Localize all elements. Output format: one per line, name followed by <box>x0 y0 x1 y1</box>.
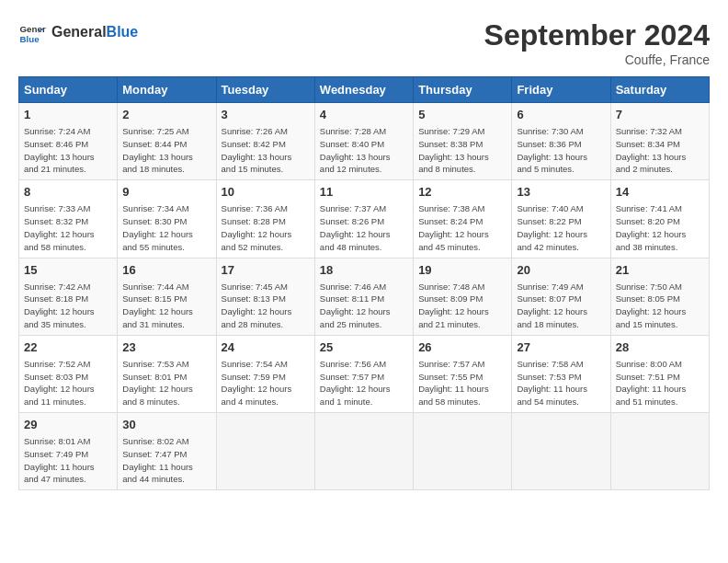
day-number: 16 <box>122 262 210 279</box>
day-number: 30 <box>122 417 210 433</box>
col-sunday: Sunday <box>19 77 118 103</box>
day-info: Sunrise: 7:29 AM Sunset: 8:38 PM Dayligh… <box>418 125 506 176</box>
table-row: 25Sunrise: 7:56 AM Sunset: 7:57 PM Dayli… <box>314 335 413 412</box>
logo-icon: General Blue <box>18 18 46 46</box>
day-info: Sunrise: 7:36 AM Sunset: 8:28 PM Dayligh… <box>222 202 310 253</box>
day-info: Sunrise: 7:40 AM Sunset: 8:22 PM Dayligh… <box>517 202 605 253</box>
svg-text:Blue: Blue <box>20 34 40 44</box>
table-row <box>414 413 512 490</box>
day-info: Sunrise: 7:41 AM Sunset: 8:20 PM Dayligh… <box>616 202 704 253</box>
col-tuesday: Tuesday <box>216 77 314 103</box>
table-row <box>512 413 610 490</box>
table-row: 13Sunrise: 7:40 AM Sunset: 8:22 PM Dayli… <box>512 180 610 258</box>
day-info: Sunrise: 7:42 AM Sunset: 8:18 PM Dayligh… <box>24 281 112 331</box>
table-row: 9Sunrise: 7:34 AM Sunset: 8:30 PM Daylig… <box>118 180 216 258</box>
day-number: 5 <box>418 107 506 123</box>
calendar-week-row: 1Sunrise: 7:24 AM Sunset: 8:46 PM Daylig… <box>19 103 710 180</box>
day-number: 23 <box>122 339 210 356</box>
day-number: 14 <box>616 184 704 201</box>
day-number: 21 <box>616 262 704 279</box>
header-row: Sunday Monday Tuesday Wednesday Thursday… <box>19 77 710 103</box>
page-header: General Blue GeneralBlue September 2024 … <box>18 18 710 67</box>
day-number: 2 <box>122 107 210 123</box>
day-info: Sunrise: 7:54 AM Sunset: 7:59 PM Dayligh… <box>222 358 310 408</box>
table-row: 16Sunrise: 7:44 AM Sunset: 8:15 PM Dayli… <box>118 258 216 335</box>
table-row: 19Sunrise: 7:48 AM Sunset: 8:09 PM Dayli… <box>414 258 512 335</box>
day-info: Sunrise: 7:50 AM Sunset: 8:05 PM Dayligh… <box>616 281 704 331</box>
day-info: Sunrise: 8:02 AM Sunset: 7:47 PM Dayligh… <box>122 435 210 486</box>
location: Couffe, France <box>484 52 710 67</box>
day-number: 20 <box>517 262 605 279</box>
day-number: 4 <box>320 107 408 123</box>
calendar-week-row: 8Sunrise: 7:33 AM Sunset: 8:32 PM Daylig… <box>19 180 710 258</box>
table-row: 5Sunrise: 7:29 AM Sunset: 8:38 PM Daylig… <box>414 103 512 180</box>
day-number: 8 <box>24 184 112 201</box>
day-info: Sunrise: 8:00 AM Sunset: 7:51 PM Dayligh… <box>616 358 704 408</box>
day-info: Sunrise: 7:38 AM Sunset: 8:24 PM Dayligh… <box>418 202 506 253</box>
day-info: Sunrise: 7:53 AM Sunset: 8:01 PM Dayligh… <box>122 358 210 408</box>
table-row: 4Sunrise: 7:28 AM Sunset: 8:40 PM Daylig… <box>314 103 413 180</box>
day-info: Sunrise: 7:34 AM Sunset: 8:30 PM Dayligh… <box>122 202 210 253</box>
table-row: 14Sunrise: 7:41 AM Sunset: 8:20 PM Dayli… <box>610 180 709 258</box>
day-info: Sunrise: 7:45 AM Sunset: 8:13 PM Dayligh… <box>222 281 310 331</box>
day-info: Sunrise: 7:58 AM Sunset: 7:53 PM Dayligh… <box>517 358 605 408</box>
day-info: Sunrise: 7:28 AM Sunset: 8:40 PM Dayligh… <box>320 125 408 176</box>
day-info: Sunrise: 7:24 AM Sunset: 8:46 PM Dayligh… <box>24 125 112 176</box>
table-row: 1Sunrise: 7:24 AM Sunset: 8:46 PM Daylig… <box>19 103 118 180</box>
day-info: Sunrise: 7:46 AM Sunset: 8:11 PM Dayligh… <box>320 281 408 331</box>
day-info: Sunrise: 7:33 AM Sunset: 8:32 PM Dayligh… <box>24 202 112 253</box>
table-row: 20Sunrise: 7:49 AM Sunset: 8:07 PM Dayli… <box>512 258 610 335</box>
day-number: 9 <box>122 184 210 201</box>
day-info: Sunrise: 7:44 AM Sunset: 8:15 PM Dayligh… <box>122 281 210 331</box>
table-row: 24Sunrise: 7:54 AM Sunset: 7:59 PM Dayli… <box>216 335 314 412</box>
day-number: 25 <box>320 339 408 356</box>
day-number: 27 <box>517 339 605 356</box>
table-row: 17Sunrise: 7:45 AM Sunset: 8:13 PM Dayli… <box>216 258 314 335</box>
day-info: Sunrise: 8:01 AM Sunset: 7:49 PM Dayligh… <box>24 435 112 486</box>
day-info: Sunrise: 7:49 AM Sunset: 8:07 PM Dayligh… <box>517 281 605 331</box>
table-row: 18Sunrise: 7:46 AM Sunset: 8:11 PM Dayli… <box>314 258 413 335</box>
day-number: 12 <box>418 184 506 201</box>
col-saturday: Saturday <box>610 77 709 103</box>
table-row: 28Sunrise: 8:00 AM Sunset: 7:51 PM Dayli… <box>610 335 709 412</box>
table-row: 12Sunrise: 7:38 AM Sunset: 8:24 PM Dayli… <box>414 180 512 258</box>
table-row: 22Sunrise: 7:52 AM Sunset: 8:03 PM Dayli… <box>19 335 118 412</box>
day-number: 29 <box>24 417 112 433</box>
col-friday: Friday <box>512 77 610 103</box>
day-info: Sunrise: 7:30 AM Sunset: 8:36 PM Dayligh… <box>517 125 605 176</box>
table-row: 7Sunrise: 7:32 AM Sunset: 8:34 PM Daylig… <box>610 103 709 180</box>
col-wednesday: Wednesday <box>314 77 413 103</box>
day-number: 28 <box>616 339 704 356</box>
day-info: Sunrise: 7:26 AM Sunset: 8:42 PM Dayligh… <box>222 125 310 176</box>
day-number: 26 <box>418 339 506 356</box>
day-number: 17 <box>222 262 310 279</box>
day-number: 1 <box>24 107 112 123</box>
table-row <box>610 413 709 490</box>
day-info: Sunrise: 7:56 AM Sunset: 7:57 PM Dayligh… <box>320 358 408 408</box>
title-area: September 2024 Couffe, France <box>484 18 710 67</box>
day-number: 19 <box>418 262 506 279</box>
day-info: Sunrise: 7:32 AM Sunset: 8:34 PM Dayligh… <box>616 125 704 176</box>
day-info: Sunrise: 7:48 AM Sunset: 8:09 PM Dayligh… <box>418 281 506 331</box>
day-number: 24 <box>222 339 310 356</box>
table-row: 29Sunrise: 8:01 AM Sunset: 7:49 PM Dayli… <box>19 413 118 490</box>
day-number: 18 <box>320 262 408 279</box>
col-thursday: Thursday <box>414 77 512 103</box>
day-number: 10 <box>222 184 310 201</box>
table-row: 21Sunrise: 7:50 AM Sunset: 8:05 PM Dayli… <box>610 258 709 335</box>
table-row: 23Sunrise: 7:53 AM Sunset: 8:01 PM Dayli… <box>118 335 216 412</box>
day-number: 13 <box>517 184 605 201</box>
logo: General Blue GeneralBlue <box>18 18 138 46</box>
logo-blue: Blue <box>107 24 139 40</box>
table-row: 10Sunrise: 7:36 AM Sunset: 8:28 PM Dayli… <box>216 180 314 258</box>
day-info: Sunrise: 7:25 AM Sunset: 8:44 PM Dayligh… <box>122 125 210 176</box>
table-row: 26Sunrise: 7:57 AM Sunset: 7:55 PM Dayli… <box>414 335 512 412</box>
calendar-week-row: 22Sunrise: 7:52 AM Sunset: 8:03 PM Dayli… <box>19 335 710 412</box>
table-row: 30Sunrise: 8:02 AM Sunset: 7:47 PM Dayli… <box>118 413 216 490</box>
logo-general: General <box>51 24 107 40</box>
day-number: 15 <box>24 262 112 279</box>
day-number: 11 <box>320 184 408 201</box>
day-info: Sunrise: 7:52 AM Sunset: 8:03 PM Dayligh… <box>24 358 112 408</box>
table-row: 2Sunrise: 7:25 AM Sunset: 8:44 PM Daylig… <box>118 103 216 180</box>
table-row: 3Sunrise: 7:26 AM Sunset: 8:42 PM Daylig… <box>216 103 314 180</box>
